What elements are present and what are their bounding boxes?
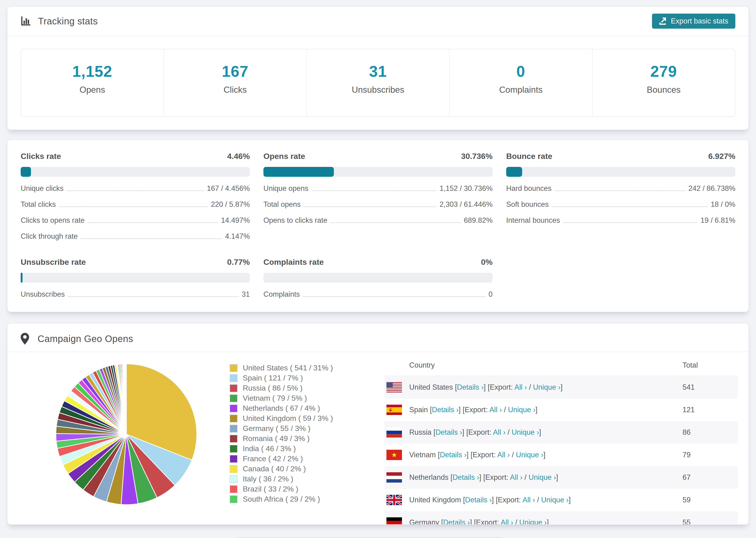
legend-swatch-icon bbox=[230, 394, 238, 402]
legend-item-south-africa: South Africa ( 29 / 2% ) bbox=[230, 494, 375, 504]
rate-detail-row: Hard bounces 242 / 86.738% bbox=[506, 184, 735, 193]
progress-bar-fill bbox=[21, 167, 31, 177]
export-unique-link[interactable]: Unique › bbox=[512, 428, 539, 436]
details-link[interactable]: Details › bbox=[443, 518, 470, 525]
stat-label: Clicks bbox=[164, 85, 306, 95]
rate-detail-label: Complaints bbox=[263, 290, 300, 298]
details-link[interactable]: Details › bbox=[465, 496, 492, 504]
rate-detail-row: Soft bounces 18 / 0% bbox=[506, 200, 735, 209]
rate-panels: Clicks rate 4.46% Unique clicks 167 / 4.… bbox=[21, 152, 735, 298]
page-title: Tracking stats bbox=[38, 16, 98, 27]
rate-panel-title: Bounce rate bbox=[506, 152, 553, 161]
stat-value: 0 bbox=[450, 62, 592, 80]
legend-label: Germany ( 55 / 3% ) bbox=[243, 424, 310, 433]
rate-panel-unsubscribe-rate: Unsubscribe rate 0.77% Unsubscribes 31 bbox=[21, 257, 250, 298]
rate-detail-row: Unique clicks 167 / 4.456% bbox=[21, 184, 250, 193]
legend-label: South Africa ( 29 / 2% ) bbox=[243, 495, 320, 504]
progress-bar-fill bbox=[506, 167, 522, 177]
progress-bar bbox=[263, 167, 493, 177]
bar-chart-icon bbox=[21, 16, 31, 26]
flag-ru-icon bbox=[387, 427, 402, 438]
dotted-leader bbox=[552, 206, 707, 207]
rate-detail-value: 689.82% bbox=[464, 216, 493, 225]
dotted-leader bbox=[563, 222, 697, 223]
summary-stat-complaints: 0 Complaints bbox=[450, 49, 592, 116]
progress-bar bbox=[21, 167, 250, 177]
progress-bar-fill bbox=[263, 167, 334, 177]
export-all-link[interactable]: All › bbox=[514, 383, 527, 391]
legend-swatch-icon bbox=[230, 485, 238, 493]
export-unique-link[interactable]: Unique › bbox=[528, 473, 556, 481]
legend-swatch-icon bbox=[230, 495, 238, 503]
rate-panel-value: 0.77% bbox=[227, 257, 250, 267]
dotted-leader bbox=[68, 296, 239, 297]
rate-detail-label: Total opens bbox=[263, 200, 301, 209]
legend-item-canada: Canada ( 40 / 2% ) bbox=[230, 464, 375, 474]
total-cell: 121 bbox=[682, 405, 738, 414]
legend-swatch-icon bbox=[230, 455, 238, 463]
rate-panel-value: 0% bbox=[481, 257, 493, 267]
progress-bar bbox=[506, 167, 735, 177]
export-icon bbox=[659, 17, 667, 25]
total-cell: 67 bbox=[682, 473, 738, 482]
export-unique-link[interactable]: Unique › bbox=[541, 496, 568, 504]
map-marker-icon bbox=[21, 333, 29, 345]
summary-stat-opens: 1,152 Opens bbox=[21, 49, 164, 116]
legend-swatch-icon bbox=[230, 414, 238, 422]
rate-detail-label: Total clicks bbox=[21, 200, 56, 209]
legend-swatch-icon bbox=[230, 364, 238, 372]
export-all-link[interactable]: All › bbox=[497, 451, 510, 459]
export-unique-link[interactable]: Unique › bbox=[508, 405, 535, 414]
total-cell: 59 bbox=[682, 496, 738, 504]
tracking-stats-header: Tracking stats Export basic stats bbox=[8, 7, 748, 36]
geo-opens-content: United States ( 541 / 31% ) Spain ( 121 … bbox=[8, 352, 748, 525]
geo-legend: United States ( 541 / 31% ) Spain ( 121 … bbox=[230, 363, 375, 504]
geo-table-row-es: Spain [Details ›] [Export: All › / Uniqu… bbox=[385, 399, 738, 421]
details-link[interactable]: Details › bbox=[436, 428, 462, 436]
stat-value: 167 bbox=[164, 62, 306, 80]
export-all-link[interactable]: All › bbox=[493, 428, 506, 436]
flag-nl-icon bbox=[387, 472, 402, 483]
flag-us-icon bbox=[387, 382, 402, 393]
rate-panel-title: Opens rate bbox=[263, 152, 305, 161]
rate-detail-label: Opens to clicks rate bbox=[263, 216, 327, 225]
export-basic-stats-button[interactable]: Export basic stats bbox=[652, 14, 735, 28]
total-cell: 55 bbox=[682, 518, 738, 525]
flag-gb-icon bbox=[387, 495, 402, 505]
details-link[interactable]: Details › bbox=[453, 473, 479, 481]
legend-swatch-icon bbox=[230, 435, 238, 443]
legend-label: Canada ( 40 / 2% ) bbox=[243, 464, 306, 473]
export-all-link[interactable]: All › bbox=[522, 496, 535, 504]
country-cell: United Kingdom [Details ›] [Export: All … bbox=[409, 496, 682, 504]
legend-swatch-icon bbox=[230, 384, 238, 392]
legend-label: Brazil ( 33 / 2% ) bbox=[243, 485, 298, 493]
rate-panel-value: 30.736% bbox=[461, 152, 493, 161]
summary-stats: 1,152 Opens 167 Clicks 31 Unsubscribes 0… bbox=[21, 49, 735, 117]
export-all-link[interactable]: All › bbox=[510, 473, 522, 481]
export-all-link[interactable]: All › bbox=[501, 518, 513, 525]
geo-table-row-nl: Netherlands [Details ›] [Export: All › /… bbox=[385, 466, 738, 489]
export-all-link[interactable]: All › bbox=[489, 405, 502, 414]
legend-swatch-icon bbox=[230, 465, 238, 473]
rate-detail-row: Total clicks 220 / 5.87% bbox=[21, 200, 250, 209]
geo-pie-chart bbox=[51, 359, 201, 510]
details-link[interactable]: Details › bbox=[440, 451, 466, 459]
legend-item-italy: Italy ( 36 / 2% ) bbox=[230, 474, 375, 484]
rates-card: Clicks rate 4.46% Unique clicks 167 / 4.… bbox=[7, 139, 749, 312]
details-link[interactable]: Details › bbox=[457, 383, 484, 391]
export-unique-link[interactable]: Unique › bbox=[516, 451, 543, 459]
legend-label: Spain ( 121 / 7% ) bbox=[243, 374, 303, 382]
legend-label: United Kingdom ( 59 / 3% ) bbox=[243, 414, 333, 423]
legend-label: France ( 42 / 2% ) bbox=[243, 455, 303, 463]
rate-detail-label: Soft bounces bbox=[506, 200, 549, 209]
summary-stat-bounces: 279 Bounces bbox=[593, 49, 735, 116]
export-unique-link[interactable]: Unique › bbox=[519, 518, 547, 525]
export-unique-link[interactable]: Unique › bbox=[533, 383, 561, 391]
rate-panel-complaints-rate: Complaints rate 0% Complaints 0 bbox=[263, 257, 493, 298]
geo-table-row-vn: Vietnam [Details ›] [Export: All › / Uni… bbox=[385, 444, 738, 466]
tracking-stats-card: Tracking stats Export basic stats 1,152 … bbox=[7, 6, 749, 130]
details-link[interactable]: Details › bbox=[432, 405, 459, 414]
rate-detail-value: 167 / 4.456% bbox=[207, 184, 250, 193]
dotted-leader bbox=[67, 190, 204, 191]
rate-panel-clicks-rate: Clicks rate 4.46% Unique clicks 167 / 4.… bbox=[21, 152, 250, 241]
